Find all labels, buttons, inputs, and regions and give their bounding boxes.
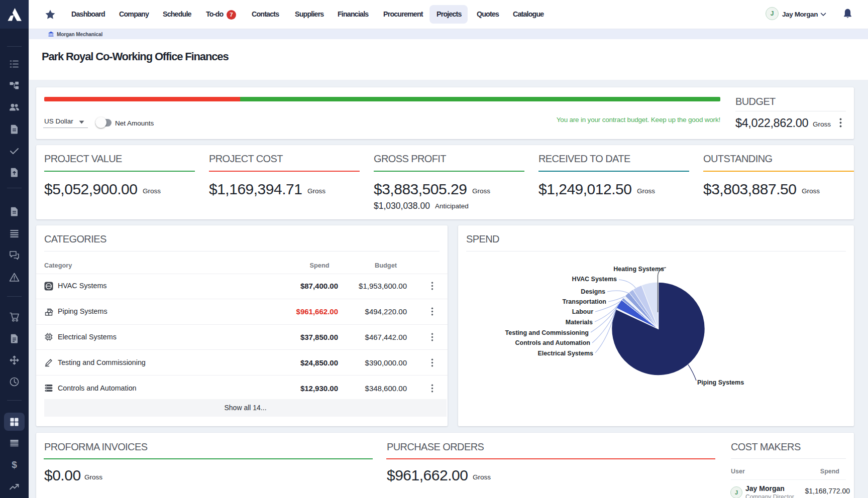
svg-text:Labour: Labour	[572, 308, 593, 315]
svg-text:Controls and Automation: Controls and Automation	[515, 339, 590, 346]
svg-text:Heating Systems: Heating Systems	[613, 266, 664, 273]
svg-text:Transportation: Transportation	[562, 298, 606, 305]
svg-text:Testing and Commissioning: Testing and Commissioning	[505, 329, 589, 336]
svg-text:Materials: Materials	[566, 319, 593, 326]
svg-text:Electrical Systems: Electrical Systems	[538, 350, 594, 357]
svg-text:Designs: Designs	[581, 288, 605, 295]
svg-text:Piping Systems: Piping Systems	[697, 379, 744, 386]
svg-text:HVAC Systems: HVAC Systems	[572, 276, 617, 283]
